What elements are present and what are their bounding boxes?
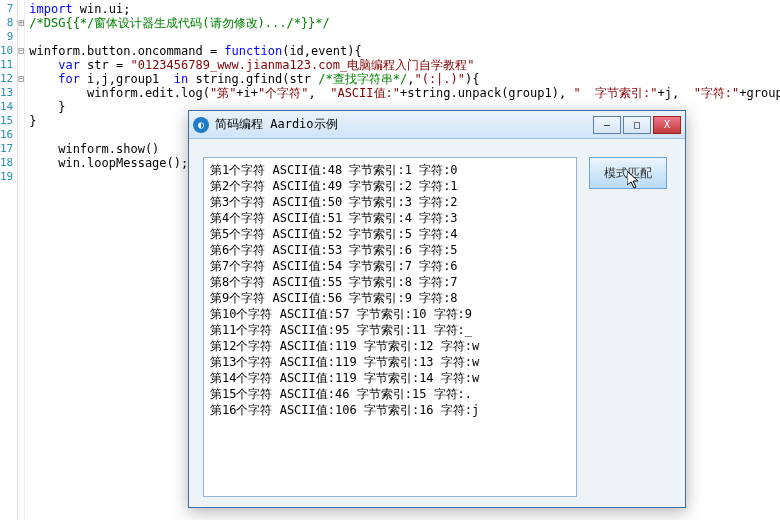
log-line: 第14个字符 ASCII值:119 字节索引:14 字符:w xyxy=(210,370,570,386)
line-number: 11 xyxy=(0,58,13,72)
code-line[interactable]: import win.ui; xyxy=(29,2,780,16)
log-line: 第15个字符 ASCII值:46 字节索引:15 字符:. xyxy=(210,386,570,402)
fold-marker[interactable]: ⊞ xyxy=(18,16,24,30)
window-buttons: — □ X xyxy=(593,116,681,134)
line-number: 18 xyxy=(0,156,13,170)
line-number: 19 xyxy=(0,170,13,184)
log-line: 第11个字符 ASCII值:95 字节索引:11 字符:_ xyxy=(210,322,570,338)
code-line[interactable] xyxy=(29,30,780,44)
log-line: 第9个字符 ASCII值:56 字节索引:9 字符:8 xyxy=(210,290,570,306)
fold-marker[interactable] xyxy=(18,100,24,114)
code-line[interactable]: winform.edit.log("第"+i+"个字符", "ASCII值:"+… xyxy=(29,86,780,100)
app-icon: ◐ xyxy=(193,117,209,133)
log-textarea[interactable]: 第1个字符 ASCII值:48 字节索引:1 字符:0第2个字符 ASCII值:… xyxy=(203,157,577,497)
code-line[interactable]: var str = "0123456789_www.jianma123.com_… xyxy=(29,58,780,72)
window-title: 简码编程 Aardio示例 xyxy=(215,116,593,133)
fold-marker[interactable]: ⊟ xyxy=(18,72,24,86)
fold-marker[interactable] xyxy=(18,30,24,44)
close-button[interactable]: X xyxy=(653,116,681,134)
line-number: 8 xyxy=(0,16,13,30)
line-number: 14 xyxy=(0,100,13,114)
line-number: 17 xyxy=(0,142,13,156)
log-line: 第5个字符 ASCII值:52 字节索引:5 字符:4 xyxy=(210,226,570,242)
line-number: 7 xyxy=(0,2,13,16)
fold-marker[interactable] xyxy=(18,58,24,72)
fold-marker[interactable] xyxy=(18,142,24,156)
code-line[interactable]: /*DSG{{*/窗体设计器生成代码(请勿修改).../*}}*/ xyxy=(29,16,780,30)
log-line: 第2个字符 ASCII值:49 字节索引:2 字符:1 xyxy=(210,178,570,194)
log-line: 第6个字符 ASCII值:53 字节索引:6 字符:5 xyxy=(210,242,570,258)
maximize-button[interactable]: □ xyxy=(623,116,651,134)
line-number: 13 xyxy=(0,86,13,100)
app-window: ◐ 简码编程 Aardio示例 — □ X 第1个字符 ASCII值:48 字节… xyxy=(188,110,686,508)
log-line: 第16个字符 ASCII值:106 字节索引:16 字符:j xyxy=(210,402,570,418)
log-line: 第10个字符 ASCII值:57 字节索引:10 字符:9 xyxy=(210,306,570,322)
log-line: 第4个字符 ASCII值:51 字节索引:4 字符:3 xyxy=(210,210,570,226)
log-line: 第12个字符 ASCII值:119 字节索引:12 字符:w xyxy=(210,338,570,354)
fold-marker[interactable] xyxy=(18,2,24,16)
log-line: 第7个字符 ASCII值:54 字节索引:7 字符:6 xyxy=(210,258,570,274)
pattern-match-button[interactable]: 模式匹配 xyxy=(589,157,667,189)
line-number-gutter: 78910111213141516171819 xyxy=(0,0,18,520)
line-number: 9 xyxy=(0,30,13,44)
line-number: 16 xyxy=(0,128,13,142)
fold-marker[interactable]: ⊟ xyxy=(18,44,24,58)
client-area: 第1个字符 ASCII值:48 字节索引:1 字符:0第2个字符 ASCII值:… xyxy=(189,139,685,507)
line-number: 12 xyxy=(0,72,13,86)
log-line: 第8个字符 ASCII值:55 字节索引:8 字符:7 xyxy=(210,274,570,290)
log-line: 第13个字符 ASCII值:119 字节索引:13 字符:w xyxy=(210,354,570,370)
log-line: 第1个字符 ASCII值:48 字节索引:1 字符:0 xyxy=(210,162,570,178)
fold-marker[interactable] xyxy=(18,114,24,128)
line-number: 15 xyxy=(0,114,13,128)
minimize-button[interactable]: — xyxy=(593,116,621,134)
log-line: 第3个字符 ASCII值:50 字节索引:3 字符:2 xyxy=(210,194,570,210)
code-line[interactable]: winform.button.oncommand = function(id,e… xyxy=(29,44,780,58)
code-line[interactable]: for i,j,group1 in string.gfind(str /*查找字… xyxy=(29,72,780,86)
fold-gutter: ⊞⊟⊟ xyxy=(18,0,25,520)
line-number: 10 xyxy=(0,44,13,58)
fold-marker[interactable] xyxy=(18,156,24,170)
fold-marker[interactable] xyxy=(18,170,24,184)
fold-marker[interactable] xyxy=(18,128,24,142)
fold-marker[interactable] xyxy=(18,86,24,100)
titlebar[interactable]: ◐ 简码编程 Aardio示例 — □ X xyxy=(189,111,685,139)
